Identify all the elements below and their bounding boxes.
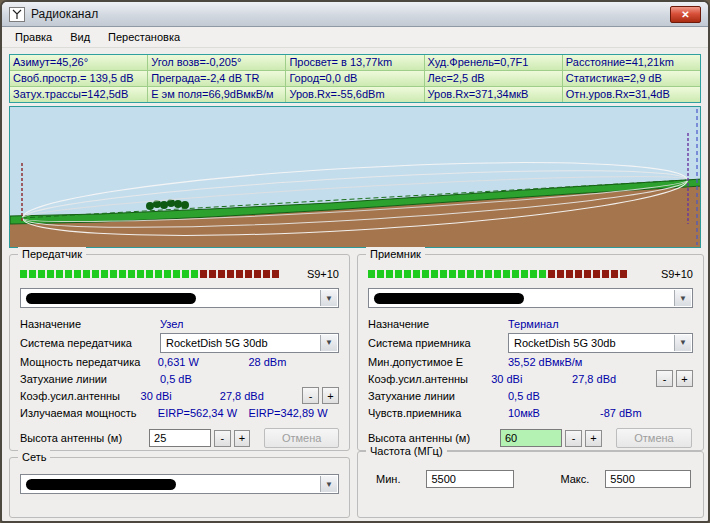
tx-antenna-height-label: Высота антенны (м) (20, 432, 149, 444)
frequency-max-input[interactable] (605, 470, 691, 488)
rx-level-dbm-value: Уров.Rx=-55,6dBm (286, 87, 423, 102)
rx-sensitivity-uv: 10мкВ (508, 407, 600, 419)
frequency-row: Мин. Макс. (376, 470, 689, 488)
clearance-value: Просвет= в 13,77km (286, 55, 423, 70)
tx-gain-decrease-button[interactable]: - (302, 387, 319, 404)
tx-line-loss-label: Затухание линии (20, 373, 160, 385)
tx-signal-meter-label: S9+10 (307, 268, 339, 280)
tx-eirp-label: Излучаемая мощность (20, 407, 158, 419)
free-space-loss-value: Своб.простр.= 139,5 dB (10, 71, 147, 86)
chevron-down-icon[interactable] (320, 290, 337, 306)
rx-min-field-label: Мин.допустимое Е (368, 356, 508, 368)
rx-purpose-label: Назначение (368, 318, 508, 330)
app-icon (9, 7, 25, 22)
frequency-min-label: Мин. (376, 473, 400, 485)
tx-power-label: Мощность передатчика (20, 356, 158, 368)
terrain-profile-chart (9, 106, 701, 248)
tx-purpose-row: Назначение Узел (20, 315, 339, 332)
worst-fresnel-value: Худ.Френель=0,7F1 (425, 55, 562, 70)
path-loss-value: Затух.трассы=142,5dB (10, 87, 147, 102)
rx-antenna-gain-dbi: 30 dBi (491, 373, 572, 385)
rx-line-loss-label: Затухание линии (368, 390, 508, 402)
tx-signal-meter: S9+10 (20, 268, 339, 280)
receiver-group-title: Приемник (366, 247, 425, 261)
rx-antenna-height-label: Высота антенны (м) (368, 432, 500, 444)
tx-station-combo[interactable] (20, 288, 339, 308)
rx-system-combo-value: RocketDish 5G 30db (514, 337, 616, 349)
menu-edit[interactable]: Правка (6, 28, 61, 46)
relative-rx-level-value: Отн.уров.Rx=31,4dB (563, 87, 700, 102)
transmitter-group-title: Передатчик (18, 247, 86, 261)
tx-gain-increase-button[interactable]: + (322, 387, 339, 404)
tx-station-redacted-value (26, 293, 196, 304)
chevron-down-icon[interactable] (320, 335, 337, 351)
tx-line-loss-row: Затухание линии 0,5 dB (20, 370, 339, 387)
frequency-group: Частота (МГц) Мин. Макс. (357, 451, 704, 518)
tx-antenna-height-input[interactable] (149, 429, 211, 447)
rx-system-row: Система приемника RocketDish 5G 30db (368, 332, 693, 353)
rx-sensitivity-row: Чувств.приемника 10мкВ -87 dBm (368, 404, 693, 421)
tx-antenna-height-row: Высота антенны (м) - + Отмена (20, 428, 339, 448)
tx-purpose-label: Назначение (20, 318, 160, 330)
terrain-profile-svg (10, 107, 701, 247)
tx-eirp-row: Излучаемая мощность EIRP=562,34 W EIRP=3… (20, 404, 339, 421)
rx-sensitivity-label: Чувств.приемника (368, 407, 508, 419)
menu-view[interactable]: Вид (61, 28, 99, 46)
rx-station-redacted-value (374, 293, 524, 304)
rx-line-loss-value: 0,5 dB (508, 390, 600, 402)
tx-eirp-value: EIRP=562,34 W (158, 407, 249, 419)
rx-gain-increase-button[interactable]: + (676, 370, 693, 387)
rx-system-combo[interactable]: RocketDish 5G 30db (508, 333, 693, 353)
tx-antenna-gain-dbi: 30 dBi (141, 390, 220, 402)
tx-erp-value: EIRP=342,89 W (248, 407, 339, 419)
tx-purpose-value: Узел (160, 318, 252, 330)
titlebar: Радиоканал ✕ (2, 2, 708, 27)
menu-bar: Правка Вид Перестановка (2, 27, 708, 48)
statistics-loss-value: Статистика=2,9 dB (563, 71, 700, 86)
azimuth-value: Азимут=45,26° (10, 55, 147, 70)
rx-height-increase-button[interactable]: + (585, 430, 602, 447)
rx-purpose-row: Назначение Терминал (368, 315, 693, 332)
frequency-max-label: Макс. (560, 473, 589, 485)
network-combo[interactable] (20, 474, 339, 494)
chevron-down-icon[interactable] (674, 290, 691, 306)
frequency-min-input[interactable] (426, 470, 514, 488)
tx-antenna-gain-label: Коэф.усил.антенны (20, 390, 141, 402)
rx-min-field-value: 35,52 dBмкВ/м (508, 356, 600, 368)
rx-antenna-gain-label: Коэф.усил.антенны (368, 373, 491, 385)
rx-antenna-gain-row: Коэф.усил.антенны 30 dBi 27,8 dBd - + (368, 370, 693, 387)
rx-antenna-gain-dbd: 27,8 dBd (572, 373, 653, 385)
network-redacted-value (26, 479, 176, 490)
rx-cancel-button: Отмена (616, 428, 692, 448)
transmitter-group: Передатчик S9+10 Назначение Узел Система… (9, 254, 350, 451)
tx-power-row: Мощность передатчика 0,631 W 28 dBm (20, 353, 339, 370)
forest-loss-value: Лес=2,5 dB (425, 71, 562, 86)
chevron-down-icon[interactable] (320, 476, 337, 492)
link-results-panel: Азимут=45,26° Угол возв=-0,205° Просвет=… (9, 54, 701, 103)
network-group-title: Сеть (18, 450, 50, 464)
tx-system-row: Система передатчика RocketDish 5G 30db (20, 332, 339, 353)
chevron-down-icon[interactable] (674, 335, 691, 351)
radio-link-window: Радиоканал ✕ Правка Вид Перестановка Ази… (0, 0, 710, 523)
rx-signal-meter-label: S9+10 (661, 268, 693, 280)
tx-power-watts: 0,631 W (158, 356, 249, 368)
rx-height-decrease-button[interactable]: - (565, 430, 582, 447)
tx-signal-meter-bars (20, 270, 281, 278)
menu-swap[interactable]: Перестановка (99, 28, 189, 46)
tx-height-increase-button[interactable]: + (234, 430, 251, 447)
tx-antenna-gain-row: Коэф.усил.антенны 30 dBi 27,8 dBd - + (20, 387, 339, 404)
rx-antenna-height-input[interactable] (500, 429, 562, 447)
tx-cancel-button: Отмена (264, 428, 339, 448)
rx-line-loss-row: Затухание линии 0,5 dB (368, 387, 693, 404)
rx-sensitivity-dbm: -87 dBm (600, 407, 692, 419)
distance-value: Расстояние=41,21km (563, 55, 700, 70)
rx-station-combo[interactable] (368, 288, 693, 308)
tx-system-combo[interactable]: RocketDish 5G 30db (160, 333, 339, 353)
frequency-group-title: Частота (МГц) (366, 444, 447, 458)
close-button[interactable]: ✕ (670, 6, 701, 23)
tx-system-label: Система передатчика (20, 337, 160, 349)
rx-purpose-value: Терминал (508, 318, 600, 330)
tx-height-decrease-button[interactable]: - (214, 430, 231, 447)
rx-signal-meter: S9+10 (368, 268, 693, 280)
rx-gain-decrease-button[interactable]: - (656, 370, 673, 387)
